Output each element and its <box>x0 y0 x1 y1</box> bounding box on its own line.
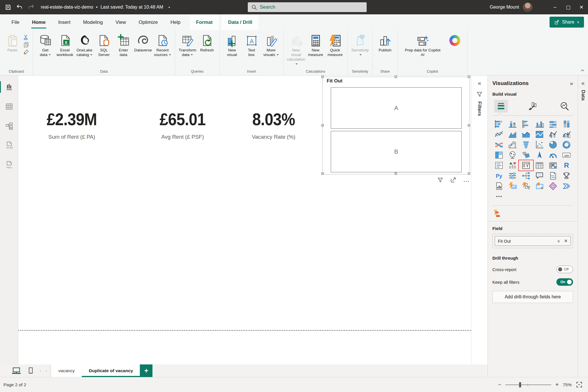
quick-measure-button[interactable]: Quickmeasure <box>326 33 344 57</box>
new-visual-button[interactable]: Newvisual <box>223 33 241 57</box>
visual-type-r-script-visual[interactable]: R <box>560 161 573 170</box>
sensitivity-button[interactable]: Sensitivity <box>351 33 369 57</box>
slicer-item-b[interactable]: B <box>331 131 462 172</box>
new-measure-button[interactable]: Newmeasure <box>307 33 324 57</box>
menu-item-view[interactable]: View <box>109 14 132 30</box>
sql-server-button[interactable]: SQLServer <box>95 33 113 57</box>
visual-type-filled-map[interactable] <box>519 151 533 159</box>
visual-type-pie-chart[interactable] <box>546 140 560 149</box>
zoom-in-button[interactable]: + <box>555 381 559 388</box>
kpi-card-vacancy-rate[interactable]: 8.03% Vacancy Rate (%) <box>233 109 314 140</box>
visual-type-metrics[interactable] <box>560 171 573 180</box>
visual-type-more-visuals-ellipsis[interactable] <box>492 192 506 201</box>
menu-item-home[interactable]: Home <box>26 14 52 30</box>
publish-button[interactable]: Publish <box>376 33 394 53</box>
menu-item-file[interactable]: File <box>5 14 26 30</box>
page-tab-duplicate-of-vacancy[interactable]: Duplicate of vacancy <box>82 364 140 377</box>
table-view-button[interactable] <box>0 99 18 115</box>
kpi-card-rent-sum[interactable]: £2.39M Sum of Rent (£ PA) <box>32 109 112 140</box>
visual-type-card-new[interactable]: 123 <box>506 182 519 190</box>
menu-item-optimize[interactable]: Optimize <box>132 14 164 30</box>
selection-handle[interactable] <box>321 124 324 127</box>
visual-type-clustered-column-chart[interactable] <box>533 120 546 128</box>
visual-type-python-visual[interactable]: Py <box>492 171 506 180</box>
keep-all-filters-toggle[interactable]: On <box>556 278 573 286</box>
search-input[interactable]: Search <box>248 2 367 12</box>
visual-type-clustered-bar-chart[interactable] <box>519 120 533 128</box>
visual-type-power-apps[interactable] <box>546 182 560 190</box>
visual-type-table[interactable] <box>533 161 546 170</box>
save-icon[interactable] <box>5 4 11 11</box>
previous-page-icon[interactable]: ‹ <box>40 368 41 374</box>
avatar[interactable] <box>523 3 532 12</box>
visual-type-smart-narrative[interactable] <box>546 171 560 180</box>
desktop-layout-icon[interactable] <box>12 366 21 375</box>
undo-icon[interactable] <box>16 4 23 11</box>
format-visual-tab[interactable] <box>526 100 540 113</box>
visual-type-area-chart[interactable] <box>506 130 519 139</box>
cut-icon[interactable] <box>23 34 29 40</box>
visual-type-slicer[interactable] <box>519 161 533 170</box>
visual-type-treemap[interactable] <box>492 151 506 159</box>
enter-data-button[interactable]: Enterdata <box>115 33 132 57</box>
new-page-button[interactable]: + <box>140 364 152 377</box>
zoom-slider[interactable] <box>505 385 551 385</box>
dataverse-button[interactable]: Dataverse <box>134 33 152 53</box>
user-name[interactable]: George Mount <box>490 5 519 10</box>
visual-type-paginated-report[interactable] <box>492 182 506 190</box>
menu-item-format[interactable]: Format <box>190 14 219 30</box>
zoom-out-button[interactable]: − <box>498 381 502 388</box>
menu-item-insert[interactable]: Insert <box>52 14 77 30</box>
onelake-catalog-button[interactable]: OneLakecatalog <box>76 33 93 57</box>
visual-type-button-slicer[interactable] <box>506 171 519 180</box>
selection-handle[interactable] <box>468 124 470 127</box>
prep-copilot-button[interactable]: Prep data for CopilotAI <box>401 33 444 57</box>
share-button[interactable]: Share ∨ <box>550 17 584 28</box>
get-data-button[interactable]: Getdata <box>36 33 54 57</box>
more-visuals-button[interactable]: Morevisuals <box>262 33 280 57</box>
field-chevron-down-icon[interactable]: ∨ <box>557 239 560 243</box>
expand-filters-icon[interactable]: « <box>478 80 481 86</box>
fit-to-page-icon[interactable] <box>576 381 583 388</box>
page-tab-vacancy[interactable]: vacancy <box>51 364 82 377</box>
visual-type-multi-row-card[interactable] <box>492 161 506 170</box>
analytics-tab[interactable] <box>558 100 571 113</box>
document-title[interactable]: real-estate-data-viz-demo • Last saved: … <box>41 5 171 10</box>
visual-type-stacked-bar-chart[interactable] <box>492 120 506 128</box>
selection-handle[interactable] <box>321 172 324 175</box>
recent-sources-button[interactable]: Recentsources <box>154 33 171 57</box>
visual-type-funnel-chart[interactable] <box>519 140 533 149</box>
remove-field-icon[interactable]: ✕ <box>564 238 568 244</box>
title-chevron-down-icon[interactable] <box>167 5 171 9</box>
visual-type-slicer-new[interactable] <box>519 182 533 190</box>
zoom-slider-thumb[interactable] <box>519 382 521 387</box>
visual-type-100-stacked-area-chart[interactable] <box>533 130 546 139</box>
visual-type-azure-map[interactable] <box>533 151 546 159</box>
visual-type-power-automate[interactable] <box>560 182 573 190</box>
visual-type-card[interactable]: 123 <box>560 151 573 159</box>
drill-through-dropzone[interactable]: Add drill-through fields here <box>492 291 573 303</box>
tmdl-view-button[interactable]: TMDL <box>0 157 18 173</box>
maximize-button[interactable]: ▢ <box>562 0 575 14</box>
excel-workbook-button[interactable]: XExcelworkbook <box>56 33 74 57</box>
visual-type-line-chart[interactable] <box>492 130 506 139</box>
visual-type-line-and-clustered-column-chart[interactable] <box>560 130 573 139</box>
custom-visual-gantt-icon[interactable] <box>493 208 502 218</box>
transform-data-button[interactable]: Transformdata <box>179 33 196 57</box>
collapse-visualizations-icon[interactable]: » <box>570 80 573 86</box>
visual-filter-icon[interactable] <box>437 177 443 183</box>
report-view-button[interactable] <box>0 79 18 95</box>
selection-handle[interactable] <box>468 76 470 78</box>
paste-button[interactable]: Paste <box>3 33 21 53</box>
mobile-layout-icon[interactable] <box>27 367 34 374</box>
kpi-card-avg-rent[interactable]: £65.01 Avg Rent (£ PSF) <box>142 109 223 140</box>
visual-type-arcgis-map[interactable] <box>533 182 546 190</box>
new-visual-calculation-button[interactable]: fxNew visualcalculation <box>287 33 305 66</box>
slicer-visual[interactable]: Fit Out A B <box>322 77 470 174</box>
menu-item-help[interactable]: Help <box>164 14 187 30</box>
more-options-icon[interactable]: … <box>463 176 470 184</box>
visual-type-gauge[interactable] <box>546 151 560 159</box>
next-page-icon[interactable]: › <box>45 368 47 374</box>
visual-type-map[interactable] <box>506 151 519 159</box>
build-visual-tab[interactable] <box>494 100 508 113</box>
